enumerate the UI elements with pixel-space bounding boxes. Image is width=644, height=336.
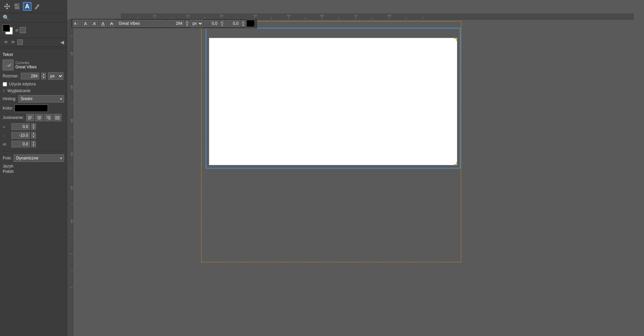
letter-spacing-icon: ⇔ bbox=[3, 124, 10, 129]
text-tool-toolbar: A← A A A A ▲ ▼ px pt ▲ ▼ ▲ ▼ bbox=[70, 18, 257, 28]
svg-text:⇔: ⇔ bbox=[3, 125, 5, 129]
svg-text:300: 300 bbox=[220, 14, 224, 17]
format-btn-1[interactable]: A← bbox=[73, 20, 81, 27]
letter-spacing-down[interactable]: ▼ bbox=[31, 127, 36, 130]
line-spacing-up[interactable]: ▲ bbox=[31, 132, 36, 135]
justify-right-btn[interactable] bbox=[44, 114, 52, 121]
antialiasing-x: x bbox=[3, 88, 5, 93]
language-label: Język: bbox=[3, 164, 64, 169]
svg-text:600: 600 bbox=[71, 219, 73, 223]
svg-text:400: 400 bbox=[71, 152, 73, 156]
text-tool[interactable]: A bbox=[23, 2, 32, 11]
svg-text:400: 400 bbox=[253, 14, 257, 17]
svg-point-0 bbox=[15, 4, 17, 6]
top-font-size-input[interactable] bbox=[167, 20, 184, 27]
size-spinner: ▲ ▼ bbox=[41, 73, 46, 79]
justify-full-btn[interactable] bbox=[53, 114, 61, 121]
svg-text:100: 100 bbox=[153, 14, 157, 17]
top-size-up-btn[interactable]: ▲ bbox=[185, 20, 190, 23]
language-row: Język: Polish bbox=[3, 164, 64, 174]
top-font-name-input[interactable] bbox=[116, 20, 167, 27]
pole-row: Pole: Dynamiczne Stałe Automatyczne ▼ bbox=[3, 154, 64, 162]
top-size-down-btn[interactable]: ▼ bbox=[185, 23, 190, 27]
vertical-ruler: 100 200 300 400 500 600 bbox=[67, 19, 73, 336]
top-color-swatch[interactable] bbox=[246, 20, 255, 27]
line-spacing-row: ↕ ▲ ▼ bbox=[3, 132, 64, 139]
align-tool[interactable] bbox=[13, 2, 21, 11]
pole-select[interactable]: Dynamiczne Stałe Automatyczne bbox=[14, 154, 64, 162]
font-preview[interactable]: 𝒜 bbox=[3, 60, 13, 70]
top-tracking-input[interactable] bbox=[204, 20, 219, 27]
color-swatches bbox=[3, 24, 14, 36]
swap-colors-icon[interactable]: ⇄ bbox=[15, 28, 18, 32]
svg-text:700: 700 bbox=[354, 14, 358, 17]
justify-center-btn[interactable] bbox=[35, 114, 43, 121]
size-down-btn[interactable]: ▼ bbox=[41, 76, 46, 79]
justify-row: Justowanie: bbox=[3, 114, 64, 121]
svg-text:800: 800 bbox=[387, 14, 391, 17]
hinting-select[interactable]: Brak Słaby Średni Pełny bbox=[18, 95, 64, 103]
size-row: Rozmiar: ▲ ▼ px pt mm bbox=[3, 72, 64, 80]
top-tracking-up[interactable]: ▲ bbox=[220, 20, 224, 23]
paint-tool[interactable] bbox=[33, 2, 42, 11]
text-frame-wrapper bbox=[206, 28, 461, 169]
text-editing-area[interactable] bbox=[209, 38, 457, 165]
unit-select[interactable]: px pt mm bbox=[48, 72, 63, 80]
top-unit-select[interactable]: px pt bbox=[190, 20, 203, 27]
letter-spacing-input[interactable] bbox=[11, 123, 30, 130]
pole-dropdown-container: Dynamiczne Stałe Automatyczne ▼ bbox=[14, 154, 64, 162]
size-up-btn[interactable]: ▲ bbox=[41, 73, 46, 76]
search-icon[interactable]: 🔍 bbox=[3, 15, 9, 20]
top-tracking-spinner: ▲ ▼ bbox=[220, 20, 224, 27]
svg-text:200: 200 bbox=[71, 85, 73, 89]
top-tracking-down[interactable]: ▼ bbox=[220, 23, 224, 27]
letter-spacing-spinner: ▲ ▼ bbox=[31, 123, 36, 130]
svg-text:500: 500 bbox=[71, 186, 73, 190]
line-spacing-down[interactable]: ▼ bbox=[31, 135, 36, 139]
svg-text:200: 200 bbox=[186, 14, 190, 17]
svg-rect-52 bbox=[67, 19, 73, 336]
move-tool[interactable] bbox=[3, 2, 11, 11]
foreground-color-swatch[interactable] bbox=[3, 24, 10, 32]
format-btn-5[interactable]: A bbox=[108, 20, 116, 27]
language-value: Polish bbox=[3, 169, 64, 174]
left-panel: A 🔍 ⇄ ⟲ ⟳ ◀ Tekst 𝒜 Czcio bbox=[0, 0, 67, 336]
color-picker-swatch[interactable] bbox=[14, 105, 48, 112]
color-swatch-row: ⇄ bbox=[0, 22, 67, 38]
svg-text:300: 300 bbox=[71, 119, 73, 123]
format-btn-4[interactable]: A bbox=[99, 20, 107, 27]
editor-checkbox-row: Użycie edytora bbox=[3, 82, 64, 86]
option-icon-2[interactable]: ⟳ bbox=[10, 39, 16, 45]
collapse-panel-btn[interactable]: ◀ bbox=[60, 40, 64, 45]
svg-text:100: 100 bbox=[71, 52, 73, 56]
svg-text:600: 600 bbox=[320, 14, 324, 17]
top-baseline-input[interactable] bbox=[225, 20, 240, 27]
toolbar-row: A bbox=[0, 0, 67, 13]
line-spacing-spinner: ▲ ▼ bbox=[31, 132, 36, 139]
reset-colors-icon[interactable] bbox=[20, 27, 26, 33]
baseline-shift-down[interactable]: ▼ bbox=[31, 144, 36, 147]
line-spacing-input[interactable] bbox=[11, 132, 30, 139]
top-size-spinner: ▲ ▼ bbox=[185, 20, 190, 27]
baseline-shift-up[interactable]: ▲ bbox=[31, 141, 36, 144]
format-btn-3[interactable]: A bbox=[90, 20, 98, 27]
letter-spacing-row: ⇔ ▲ ▼ bbox=[3, 123, 64, 130]
antialiasing-label: Wygładzanie bbox=[7, 88, 31, 93]
letter-spacing-up[interactable]: ▲ bbox=[31, 123, 36, 127]
size-input[interactable] bbox=[21, 73, 39, 79]
top-baseline-down[interactable]: ▼ bbox=[241, 23, 246, 27]
justify-label: Justowanie: bbox=[3, 115, 24, 120]
size-label: Rozmiar: bbox=[3, 74, 19, 78]
svg-text:↕: ↕ bbox=[3, 134, 4, 137]
justify-left-btn[interactable] bbox=[26, 114, 34, 121]
editor-label: Użycie edytora bbox=[9, 82, 36, 86]
option-square[interactable] bbox=[17, 40, 23, 45]
pole-label: Pole: bbox=[3, 156, 12, 160]
top-baseline-up[interactable]: ▲ bbox=[241, 20, 246, 23]
font-name-display: Great Vibes bbox=[15, 65, 37, 69]
corner-marker-br bbox=[454, 162, 457, 165]
format-btn-2[interactable]: A bbox=[82, 20, 90, 27]
baseline-shift-input[interactable] bbox=[11, 141, 30, 147]
editor-checkbox[interactable] bbox=[3, 82, 7, 86]
option-icon-1[interactable]: ⟲ bbox=[3, 39, 9, 45]
